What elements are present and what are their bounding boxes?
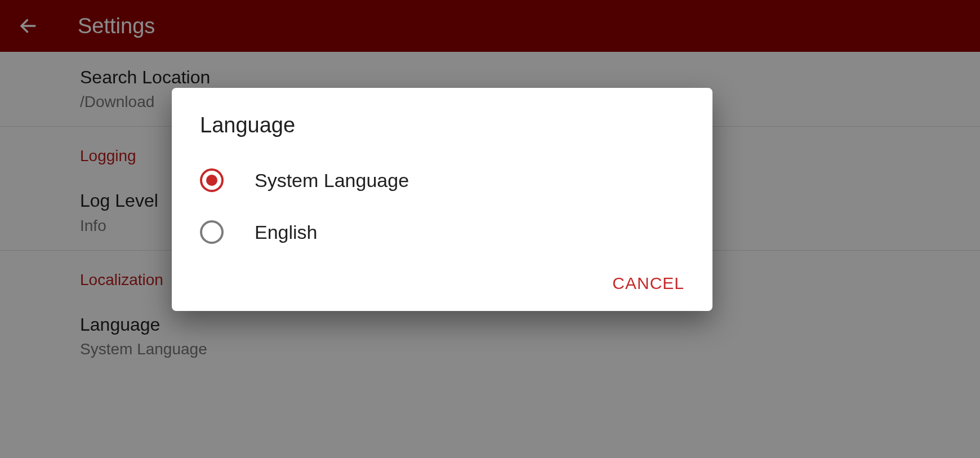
language-option-system[interactable]: System Language [172, 154, 712, 206]
radio-label: English [255, 221, 318, 243]
dialog-actions: CANCEL [172, 258, 712, 304]
dialog-title: Language [172, 88, 712, 154]
radio-checked-icon [200, 168, 224, 192]
language-dialog: Language System Language English CANCEL [172, 88, 712, 311]
radio-label: System Language [255, 170, 409, 192]
cancel-button[interactable]: CANCEL [612, 274, 684, 293]
radio-unchecked-icon [200, 220, 224, 244]
language-option-english[interactable]: English [172, 206, 712, 258]
